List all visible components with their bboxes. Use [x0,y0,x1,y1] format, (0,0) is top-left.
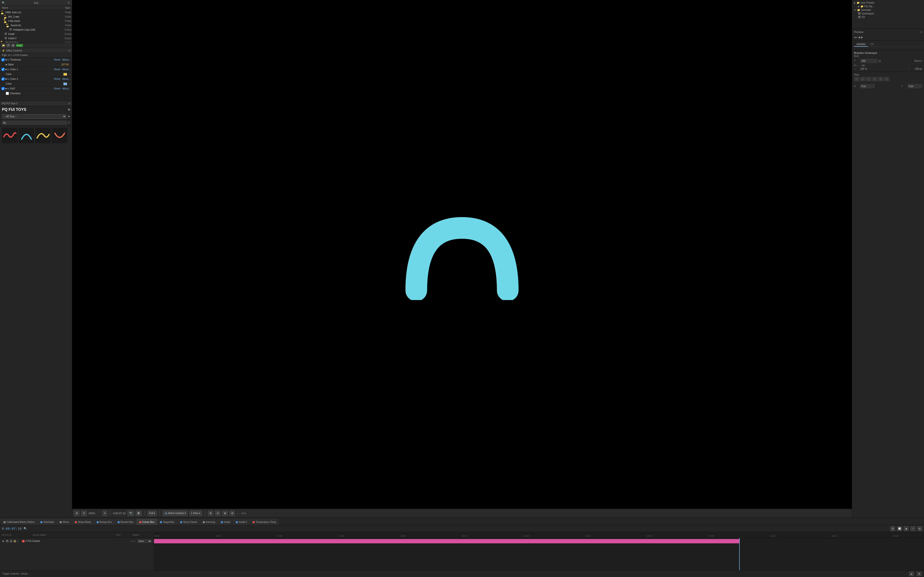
project-item[interactable]: ▼ 📁 bits_3.aep Folde [0,15,72,19]
dot-about[interactable]: About... [62,87,71,90]
effect-controls-menu[interactable]: ≡ [68,49,70,52]
track-parent-select[interactable]: None [137,540,152,543]
color1-about[interactable]: About... [62,68,71,71]
preview-menu[interactable]: ≡ [921,30,922,34]
toy-item[interactable] [2,128,18,143]
track-solo-toggle[interactable]: ◎ [10,540,13,543]
show-snapshot-btn[interactable]: 🖼 [136,511,142,516]
dot-expand[interactable]: ▶ [5,87,7,90]
playhead[interactable] [739,538,740,570]
slider-expand[interactable]: ▶ [6,63,7,66]
tab-install[interactable]: Install [218,519,233,525]
color2-enabled[interactable] [2,77,5,81]
toys-category-dropdown[interactable]: -- All Toys -- [2,114,66,119]
align-right-btn[interactable]: ⬛ [866,77,871,81]
toys-search-clear[interactable]: ✕ [68,121,70,124]
generate-item[interactable]: ▼ 📁 Generate [854,8,922,12]
tab-target[interactable]: Target Box [157,519,177,525]
snapshot-btn[interactable]: 📷 [128,511,134,516]
fill-item[interactable]: 🎬 Fill [854,15,922,19]
project-item[interactable]: 🎬 Install 2 Comp [0,36,72,40]
dot-reset[interactable]: Reset [54,87,60,90]
tab-techy[interactable]: Techy Frame [178,519,200,525]
ch-tab[interactable]: Ch... [868,42,878,47]
align-top-btn[interactable]: ⬛ [872,77,877,81]
slider-value[interactable]: 157.00 [61,63,69,66]
transparent-btn[interactable]: ⊠ [222,511,228,516]
dot-enabled[interactable] [2,87,5,90]
project-item[interactable]: ▶ 📁 Social etc. Folde [0,23,72,27]
align-center-btn[interactable]: ⬛ [860,77,865,81]
tab-temperature[interactable]: Temperature Thing [250,519,278,525]
track-video-toggle[interactable]: 👁 [6,540,9,543]
color2-about[interactable]: About... [62,77,71,80]
toy-item[interactable] [35,128,51,143]
preview-next-btn[interactable]: ▶ [861,35,863,39]
preview-rewind-btn[interactable]: ⏮ [854,35,857,39]
user-presets-item[interactable]: ▶ 📁 User Presets [854,1,922,5]
eyedropper-item[interactable]: 🎬 Eyedropper [854,12,922,15]
dot-checkbox[interactable] [6,92,9,95]
pos-x-input[interactable] [860,84,875,88]
project-item[interactable]: ▶ 📁 PQ FUI Toys Folde [0,40,72,43]
align-middle-btn[interactable]: ⬛ [878,77,883,81]
tab-bracket[interactable]: Bracket Box [115,519,136,525]
color1-expand[interactable]: ▶ [5,68,7,71]
view-dropdown[interactable]: 1 View ▾ [189,511,202,516]
color2-swatch[interactable] [63,82,67,85]
quality-dropdown[interactable]: Full ▾ [147,511,157,516]
graph-editor-btn[interactable]: 📊 [897,526,902,531]
status-collapse-btn[interactable]: ▼ [917,572,922,576]
toy-item[interactable] [52,128,67,143]
color1-swatch[interactable] [63,73,67,76]
pq-obj-item[interactable]: ▶ 📁 PQ Obj... [854,5,922,8]
tab-slices[interactable]: Slices [57,519,72,525]
preview-prev-btn[interactable]: ◀ [858,35,860,39]
timeline-bar[interactable] [154,539,739,543]
toys-panel-menu[interactable]: ≡ [68,102,70,105]
project-item[interactable]: ▶ 📁 // Mo-stash Folde [0,19,72,23]
tab-woopwoop[interactable]: Woop-Woop [72,519,94,525]
status-expand-btn[interactable]: ▲ [909,572,914,576]
prop-btn[interactable]: ⊟ [215,511,220,516]
libraries-tab[interactable]: Libraries [854,42,868,47]
zoom-dropdown-btn[interactable]: ▾ [102,511,107,516]
align-left-btn[interactable]: ⬛ [854,77,859,81]
grid-btn2[interactable]: ⊞ [208,511,213,516]
tab-licencing[interactable]: licencing [200,519,218,525]
thickness-reset[interactable]: Reset [54,58,60,61]
toys-search-input[interactable] [2,121,67,125]
pixel-btn[interactable]: ⊞ [229,511,235,516]
pos-y-input[interactable] [908,84,922,88]
toys-settings-icon[interactable]: ⚙ [68,115,70,118]
project-item[interactable]: 🎬 Instagram Logo (old) Comp [0,27,72,32]
project-item[interactable]: ▼ 📁 OMG Junk LoL Folde [0,10,72,15]
toy-item[interactable] [19,128,34,143]
color2-expand[interactable]: ▶ [5,78,7,80]
tab-caffeinated[interactable]: Caffeinated Wavey Sliders [1,519,37,525]
region-btn[interactable]: ⊡ [81,511,87,516]
track-lock-toggle[interactable]: 🔒 [13,540,16,543]
thickness-enabled[interactable] [2,58,5,61]
new-comp-btn[interactable]: 🎬 [6,44,10,47]
tab-boingy[interactable]: Boingy Box [94,519,115,525]
toggle-switcher-btn[interactable]: Toggle Switcher / Mode... [2,572,29,575]
toggle-switches-btn[interactable]: ⊟ [890,526,895,531]
grid-toggle-btn[interactable]: ⊞ [74,511,79,516]
toys-refresh-icon[interactable]: ↻ [68,108,70,111]
add-keyframe-btn[interactable]: ◆ [904,526,909,531]
new-folder-btn[interactable]: 📁 [2,44,5,47]
tab-corner[interactable]: Corner Box [137,519,157,525]
tab-install2[interactable]: Install 2 [233,519,250,525]
align-bottom-btn[interactable]: ⬛ [884,77,889,81]
delete-btn[interactable]: 🗑 [11,44,15,47]
snap-btn[interactable]: ⊞ [917,526,922,531]
motion-path-btn[interactable]: 〰 [911,526,915,531]
color1-enabled[interactable] [2,68,5,71]
track-expand[interactable]: ▶ [2,540,5,543]
project-panel-close[interactable]: ✕ [67,1,70,5]
tab-side2side[interactable]: Side2side [38,519,57,525]
thickness-about[interactable]: About... [62,58,71,61]
color2-reset[interactable]: Reset [54,77,60,80]
camera-dropdown[interactable]: 📹 Active Camera ▾ [163,511,187,516]
